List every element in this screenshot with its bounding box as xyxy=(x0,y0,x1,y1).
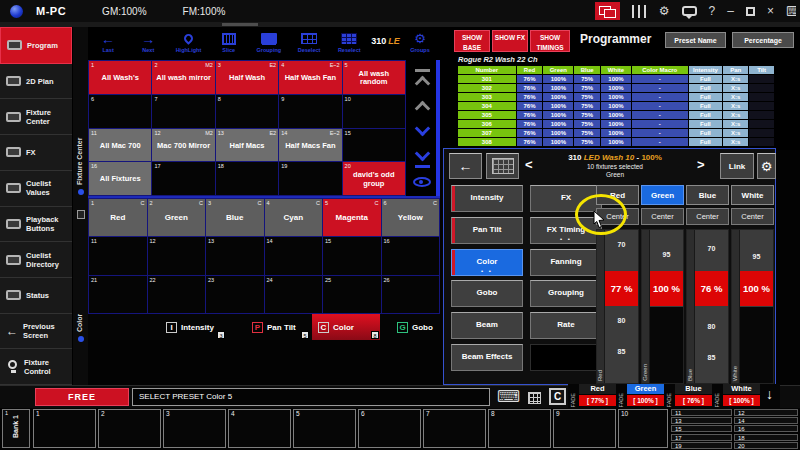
fader-bottom-name[interactable]: Blue xyxy=(675,384,712,394)
bank-selector[interactable]: 1 Bank 1 xyxy=(2,409,30,448)
fader-name-button[interactable]: Green xyxy=(641,185,684,205)
preset-cell-15[interactable]: 15 xyxy=(323,237,381,274)
table-row[interactable]: 30276%100%75%100%-FullX:s xyxy=(458,84,774,92)
fader-bottom-name[interactable]: Red xyxy=(579,384,616,394)
preset-cell-22[interactable]: 22 xyxy=(148,276,206,313)
tab-gobo[interactable]: GGobo xyxy=(391,314,440,340)
preset-cell-1[interactable]: 1CRed xyxy=(89,199,147,236)
fader-value-block[interactable]: 100 % xyxy=(740,271,773,306)
playback-row-15[interactable]: 15 xyxy=(671,425,732,432)
scroll-up-icon[interactable] xyxy=(414,101,430,117)
scrollbar-thumb[interactable] xyxy=(222,23,258,26)
popup-button-grouping[interactable]: Grouping xyxy=(530,280,602,307)
popup-gear-icon[interactable]: ⚙ xyxy=(757,153,776,179)
preset-cell-24[interactable]: 24 xyxy=(265,276,323,313)
sidebar-item-playback-buttons[interactable]: Playback Buttons xyxy=(0,207,72,243)
playback-cell-2[interactable]: 2 xyxy=(98,409,161,448)
playback-row-20[interactable]: 20 xyxy=(734,442,798,449)
scroll-to-top-icon[interactable] xyxy=(415,69,430,89)
scroll-to-bottom-icon[interactable] xyxy=(415,148,430,168)
fader-bottom-name[interactable]: Green xyxy=(627,384,664,394)
preset-cell-4[interactable]: 4CCyan xyxy=(265,199,323,236)
popup-button-gobo[interactable]: Gobo xyxy=(451,280,523,307)
playback-cell-10[interactable]: 10 xyxy=(618,409,668,448)
playback-cell-1[interactable]: 1 xyxy=(33,409,96,448)
prev-fixture-chevron[interactable]: < xyxy=(525,157,533,172)
sidebar-item-fixture-control[interactable]: Fixture Control xyxy=(0,349,72,385)
sliders-icon[interactable] xyxy=(632,5,647,18)
help-icon[interactable]: ? xyxy=(709,2,716,20)
group-cell-9[interactable]: 9 xyxy=(279,95,341,128)
preset-cell-16[interactable]: 16 xyxy=(382,237,440,274)
link-button[interactable]: Link xyxy=(720,153,754,179)
toolbar-item-reselect[interactable]: Reselect xyxy=(329,30,369,53)
free-button[interactable]: FREE xyxy=(35,388,129,406)
vertical-tab-color[interactable]: Color xyxy=(76,298,83,332)
popup-button-beam-effects[interactable]: Beam Effects xyxy=(451,344,523,371)
group-cell-5[interactable]: 5All wash random xyxy=(343,61,405,94)
preset-cell-25[interactable]: 25 xyxy=(323,276,381,313)
fader-track[interactable]: White95100 % xyxy=(731,229,774,384)
playback-row-13[interactable]: 13 xyxy=(671,417,732,424)
sidebar-item-fixture-center[interactable]: Fixture Center xyxy=(0,99,72,135)
gear-icon[interactable]: ⚙ xyxy=(659,2,670,20)
toolbar-item-highlight[interactable]: HighLight xyxy=(168,30,208,53)
popup-button-intensity[interactable]: Intensity xyxy=(451,185,523,212)
playback-cell-7[interactable]: 7 xyxy=(423,409,486,448)
keyboard-icon[interactable]: ⌨ xyxy=(497,387,520,406)
group-cell-4[interactable]: 4E~2Half Wash Fan xyxy=(279,61,341,94)
center-button[interactable]: Center xyxy=(731,208,774,225)
group-cell-14[interactable]: 14E~2Half Macs Fan xyxy=(279,129,341,162)
toolbar-item-next[interactable]: →Next xyxy=(128,30,168,53)
group-cell-18[interactable]: 18 xyxy=(216,162,278,195)
tab-intensity[interactable]: IIntensity3 xyxy=(160,314,226,340)
group-cell-3[interactable]: 3E2Half Wash xyxy=(216,61,278,94)
fader-name-button[interactable]: White xyxy=(731,185,774,205)
maximize-icon[interactable] xyxy=(746,7,755,16)
fader-value-block[interactable]: 76 % xyxy=(695,271,728,306)
sidebar-item-2d-plan[interactable]: 2D Plan xyxy=(0,64,72,100)
fader-value-block[interactable]: 100 % xyxy=(650,271,683,306)
playback-row-18[interactable]: 18 xyxy=(734,434,798,441)
toolbar-item-last[interactable]: ←Last xyxy=(88,30,128,53)
command-input[interactable]: SELECT PRESET Color 5 xyxy=(132,388,490,406)
eye-icon[interactable] xyxy=(413,177,431,187)
center-button[interactable]: Center xyxy=(686,208,729,225)
scroll-down-icon[interactable] xyxy=(414,121,430,137)
group-cell-16[interactable]: 16All Fixtures xyxy=(89,162,151,195)
tab-color[interactable]: CColor8 xyxy=(312,314,380,340)
next-fixture-chevron[interactable]: > xyxy=(697,157,705,172)
playback-row-17[interactable]: 17 xyxy=(671,434,732,441)
tab-pan-tilt[interactable]: PPan Tilt5 xyxy=(246,314,310,340)
preset-cell-23[interactable]: 23 xyxy=(206,276,264,313)
popup-button-color[interactable]: Color• • xyxy=(451,249,523,276)
group-cell-13[interactable]: 13E2Half Macs xyxy=(216,129,278,162)
table-row[interactable]: 30376%100%75%100%-FullX:s xyxy=(458,93,774,101)
close-icon[interactable]: × xyxy=(767,2,774,20)
toolbar-item-slice[interactable]: Slice xyxy=(209,30,249,53)
sidebar-item-fx[interactable]: FX xyxy=(0,135,72,171)
sidebar-item-cuelist-directory[interactable]: Cuelist Directory xyxy=(0,242,72,278)
sidebar-item-status[interactable]: Status xyxy=(0,278,72,314)
show-base-button[interactable]: SHOW BASE xyxy=(454,30,490,52)
matrix-view-button[interactable] xyxy=(486,153,519,179)
show-timings-button[interactable]: SHOW TIMINGS xyxy=(530,30,570,52)
preset-cell-5[interactable]: 5CMagenta xyxy=(323,199,381,236)
popup-button-rate[interactable]: Rate xyxy=(530,312,602,339)
group-cell-6[interactable]: 6 xyxy=(89,95,151,128)
down-arrow-icon[interactable]: ↓ xyxy=(766,386,773,402)
group-cell-2[interactable]: 2M2All wash mirror xyxy=(152,61,214,94)
sidebar-item-previous-screen[interactable]: ←Previous Screen xyxy=(0,314,72,350)
group-cell-1[interactable]: 1All Wash's xyxy=(89,61,151,94)
center-button[interactable]: Center xyxy=(641,208,684,225)
popup-button-beam[interactable]: Beam xyxy=(451,312,523,339)
group-cell-19[interactable]: 19 xyxy=(279,162,341,195)
preset-cell-13[interactable]: 13 xyxy=(206,237,264,274)
preset-cell-11[interactable]: 11 xyxy=(89,237,147,274)
comment-icon[interactable] xyxy=(682,6,697,16)
toolbar-item-deselect[interactable]: Deselect xyxy=(289,30,329,53)
popup-button-fanning[interactable]: Fanning xyxy=(530,249,602,276)
window-switch-icon[interactable] xyxy=(595,2,620,20)
toolbar-item-groups[interactable]: ⚙Groups xyxy=(400,30,440,53)
preset-name-button[interactable]: Preset Name xyxy=(665,32,726,48)
